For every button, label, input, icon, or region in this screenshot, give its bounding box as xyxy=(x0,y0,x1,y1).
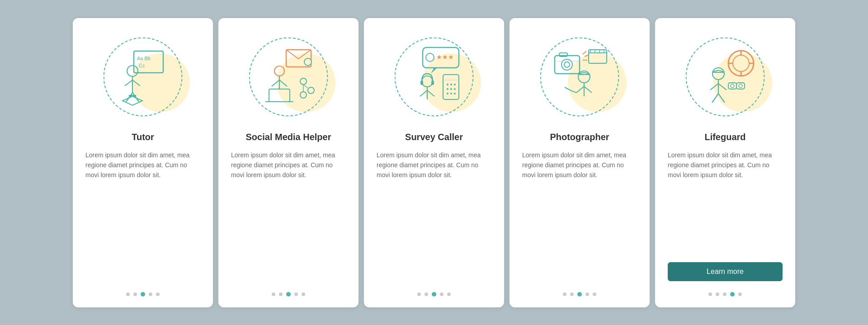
svg-point-13 xyxy=(274,66,284,76)
dot-3-active xyxy=(432,292,436,297)
dot-3-active xyxy=(286,292,291,297)
dot-4 xyxy=(585,292,589,296)
card-icon-area-tutor: Aa Bb Cc xyxy=(98,32,188,122)
svg-point-67 xyxy=(733,55,749,71)
svg-line-32 xyxy=(420,90,427,96)
card-dots-tutor xyxy=(126,292,160,297)
card-dots-survey xyxy=(417,292,451,297)
svg-line-57 xyxy=(599,50,600,53)
svg-text:Cc: Cc xyxy=(139,63,145,68)
svg-point-68 xyxy=(712,68,724,80)
card-title-photo: Photographer xyxy=(550,131,609,143)
svg-point-78 xyxy=(731,84,734,88)
svg-text:Aa Bb: Aa Bb xyxy=(137,56,151,61)
card-photographer: Photographer Lorem ipsum dolor sit dim a… xyxy=(509,18,650,307)
learn-more-button[interactable]: Learn more xyxy=(668,262,783,281)
card-body-tutor: Lorem ipsum dolor sit dim amet, mea regi… xyxy=(85,150,200,283)
svg-rect-30 xyxy=(431,80,434,85)
dot-2 xyxy=(716,292,719,296)
svg-marker-9 xyxy=(123,96,142,105)
svg-point-12 xyxy=(304,58,311,66)
dot-5 xyxy=(593,292,596,296)
svg-rect-75 xyxy=(728,83,736,89)
svg-line-6 xyxy=(132,80,140,86)
dot-2 xyxy=(425,292,428,296)
dot-5 xyxy=(156,292,160,296)
svg-line-63 xyxy=(584,86,592,93)
svg-rect-17 xyxy=(269,89,290,102)
card-title-lifeguard: Lifeguard xyxy=(704,131,745,143)
svg-line-71 xyxy=(710,84,718,90)
card-title-tutor: Tutor xyxy=(132,131,154,143)
svg-rect-29 xyxy=(420,80,423,85)
dot-3-active xyxy=(141,292,145,297)
illustration-photo xyxy=(543,41,616,113)
illustration-lifeguard xyxy=(689,41,761,113)
svg-point-22 xyxy=(300,92,307,98)
svg-point-36 xyxy=(447,84,448,85)
svg-point-28 xyxy=(422,76,433,87)
svg-line-16 xyxy=(279,80,287,86)
svg-point-43 xyxy=(450,93,452,94)
dot-1 xyxy=(708,292,712,296)
svg-line-15 xyxy=(272,80,279,86)
svg-line-58 xyxy=(604,50,604,53)
svg-line-72 xyxy=(718,84,726,90)
svg-point-39 xyxy=(447,88,448,90)
card-body-lifeguard: Lorem ipsum dolor sit dim amet, mea regi… xyxy=(668,150,783,255)
cards-container: Aa Bb Cc Tutor Lorem ipsum dolor sit dim… xyxy=(55,5,813,321)
card-survey: ★★★ xyxy=(364,18,504,307)
svg-point-40 xyxy=(450,88,452,90)
card-icon-area-photo xyxy=(534,32,625,122)
dot-5 xyxy=(302,292,305,296)
dot-3 xyxy=(723,292,726,296)
svg-rect-34 xyxy=(443,75,459,99)
svg-point-41 xyxy=(454,88,456,90)
card-body-social: Lorem ipsum dolor sit dim amet, mea regi… xyxy=(231,150,346,283)
svg-point-44 xyxy=(454,93,456,94)
dot-2 xyxy=(133,292,137,296)
card-body-photo: Lorem ipsum dolor sit dim amet, mea regi… xyxy=(522,150,637,283)
dot-3-active xyxy=(577,292,582,297)
card-social-media: Social Media Helper Lorem ipsum dolor si… xyxy=(218,18,359,307)
dot-5 xyxy=(738,292,742,296)
card-lifeguard: Lifeguard Lorem ipsum dolor sit dim amet… xyxy=(655,18,795,307)
svg-point-20 xyxy=(308,87,314,94)
card-title-survey: Survey Caller xyxy=(405,131,463,143)
svg-marker-25 xyxy=(431,68,437,74)
svg-point-37 xyxy=(450,84,452,85)
card-body-survey: Lorem ipsum dolor sit dim amet, mea regi… xyxy=(377,150,491,283)
svg-rect-76 xyxy=(736,83,745,89)
dot-4-active xyxy=(730,292,735,297)
card-title-social: Social Media Helper xyxy=(246,131,331,143)
dot-4 xyxy=(149,292,152,296)
card-dots-photo xyxy=(563,292,596,297)
svg-text:★★★: ★★★ xyxy=(436,53,454,61)
svg-line-5 xyxy=(125,80,132,86)
dot-2 xyxy=(279,292,283,296)
svg-line-55 xyxy=(590,50,591,53)
svg-point-19 xyxy=(300,78,307,85)
dot-2 xyxy=(570,292,574,296)
illustration-tutor: Aa Bb Cc xyxy=(107,41,179,113)
card-icon-area-social xyxy=(243,32,334,122)
svg-line-65 xyxy=(565,87,571,90)
dot-1 xyxy=(272,292,275,296)
illustration-survey: ★★★ xyxy=(398,41,470,113)
svg-rect-0 xyxy=(134,51,163,73)
svg-line-64 xyxy=(571,90,576,93)
card-icon-area-survey: ★★★ xyxy=(389,32,479,122)
svg-point-79 xyxy=(739,84,742,88)
card-dots-social xyxy=(272,292,305,297)
card-icon-area-lifeguard xyxy=(680,32,770,122)
svg-point-47 xyxy=(564,62,570,67)
dot-1 xyxy=(563,292,566,296)
dot-4 xyxy=(294,292,298,296)
svg-point-3 xyxy=(127,66,138,76)
dot-5 xyxy=(447,292,451,296)
svg-line-50 xyxy=(583,51,586,54)
svg-line-56 xyxy=(594,50,595,53)
svg-line-74 xyxy=(718,94,725,103)
illustration-social xyxy=(252,41,325,113)
card-tutor: Aa Bb Cc Tutor Lorem ipsum dolor sit dim… xyxy=(73,18,213,307)
